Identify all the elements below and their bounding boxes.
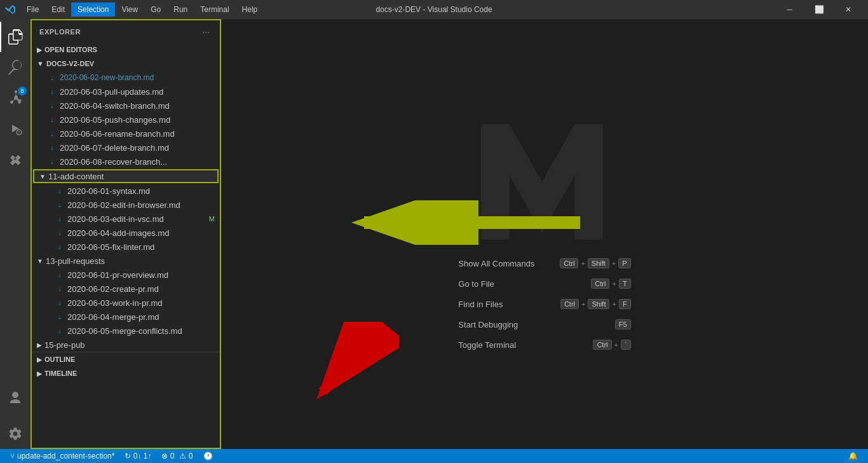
kbd-plus: + [612, 280, 616, 287]
errors-item[interactable]: ⊗ 0 ⚠ 0 [156, 449, 198, 463]
explorer-actions: ··· [200, 25, 212, 38]
md-file-icon: ↓ [55, 270, 65, 280]
md-file-icon: ↓ [55, 312, 65, 322]
menu-edit[interactable]: Edit [45, 3, 71, 17]
folder-chevron: ▶ [37, 342, 42, 349]
welcome-commands: Show All Commands Ctrl + Shift + P Go to… [458, 258, 630, 350]
file-name: 2020-06-08-recover-branch... [60, 157, 220, 167]
minimize-button[interactable]: ─ [775, 0, 804, 19]
cmd-keys: Ctrl + Shift + F [560, 299, 631, 309]
file-name: 2020-06-02-create-pr.md [67, 284, 220, 294]
outline-chevron: ▶ [37, 356, 42, 363]
sync-item[interactable]: ↻ 0↓ 1↑ [119, 449, 156, 463]
run-icon [8, 121, 23, 136]
titlebar: File Edit Selection View Go Run Terminal… [0, 0, 868, 19]
titlebar-left: File Edit Selection View Go Run Terminal… [5, 3, 264, 17]
folder-11-add-content[interactable]: ▼ 11-add-content [33, 169, 219, 183]
menu-terminal[interactable]: Terminal [194, 3, 235, 17]
explorer-more-button[interactable]: ··· [200, 25, 212, 38]
window-title: docs-v2-DEV - Visual Studio Code [376, 5, 492, 14]
list-item[interactable]: ↓ 2020-06-04-merge-pr.md [32, 310, 220, 324]
folder-15-pre-pub[interactable]: ▶ 15-pre-pub [32, 338, 220, 352]
kbd-ctrl: Ctrl [560, 299, 579, 309]
cmd-show-all: Show All Commands Ctrl + Shift + P [458, 258, 630, 268]
list-item[interactable]: ↓ 2020-06-07-delete-branch.md [32, 141, 220, 155]
root-chevron: ▼ [37, 60, 44, 67]
cmd-keys: Ctrl + T [591, 279, 630, 289]
list-item[interactable]: ↓ 2020-06-05-push-changes.md [32, 113, 220, 127]
explorer-title: EXPLORER [39, 28, 81, 36]
file-name: 2020-06-03-edit-in-vsc.md [67, 214, 209, 224]
file-name: 2020-06-04-add-images.md [67, 228, 220, 238]
list-item[interactable]: ↓ 2020-06-08-recover-branch... [32, 155, 220, 169]
list-item[interactable]: ↓ 2020-06-01-pr-overview.md [32, 268, 220, 282]
warnings-count: ⚠ 0 [179, 452, 193, 460]
activity-search[interactable] [0, 52, 31, 83]
list-item[interactable]: ↓ 2020-06-01-syntax.md [32, 184, 220, 198]
red-arrow-annotation [285, 322, 399, 404]
md-file-icon: ↓ [55, 200, 65, 210]
cmd-keys: Ctrl + ` [593, 340, 630, 350]
notification-item[interactable]: 🔔 [843, 449, 863, 463]
list-item[interactable]: ↓ 2020-06-03-edit-in-vsc.md M [32, 212, 220, 226]
activity-account[interactable] [0, 383, 31, 413]
list-item[interactable]: ↓ 2020-06-05-fix-linter.md [32, 240, 220, 254]
kbd-ctrl: Ctrl [593, 340, 611, 350]
vscode-logo [5, 4, 15, 15]
list-item[interactable]: ↓ 2020-06-02-new-branch.md [32, 71, 220, 85]
activity-explorer[interactable] [0, 22, 31, 52]
list-item[interactable]: ↓ 2020-06-03-pull-updates.md [32, 85, 220, 99]
cmd-find-files: Find in Files Ctrl + Shift + F [458, 299, 630, 309]
md-file-icon: ↓ [55, 228, 65, 238]
activity-source-control[interactable]: 8 [0, 83, 31, 113]
list-item[interactable]: ↓ 2020-06-06-rename-branch.md [32, 127, 220, 141]
list-item[interactable]: ↓ 2020-06-04-switch-branch.md [32, 99, 220, 113]
branch-item[interactable]: ⑂ update-add_content-section* [5, 449, 119, 463]
kbd-plus: + [612, 259, 616, 267]
md-file-icon: ↓ [55, 298, 65, 308]
md-file-icon: ↓ [47, 86, 57, 97]
file-name: 2020-06-04-switch-branch.md [60, 101, 220, 111]
close-button[interactable]: ✕ [834, 0, 863, 19]
menu-file[interactable]: File [20, 3, 45, 17]
file-name: 2020-06-06-rename-branch.md [60, 129, 220, 139]
list-item[interactable]: ↓ 2020-06-04-add-images.md [32, 226, 220, 240]
list-item[interactable]: ↓ 2020-06-05-merge-conflicts.md [32, 324, 220, 338]
activity-extensions[interactable] [0, 144, 31, 174]
kbd-ctrl: Ctrl [560, 258, 578, 268]
root-folder[interactable]: ▼ DOCS-V2-DEV [32, 57, 220, 71]
cmd-debug: Start Debugging F5 [458, 319, 630, 329]
list-item[interactable]: ↓ 2020-06-03-work-in-pr.md [32, 296, 220, 310]
file-name: 2020-06-03-work-in-pr.md [67, 298, 220, 308]
root-folder-label: DOCS-V2-DEV [46, 60, 94, 67]
file-name: 2020-06-01-syntax.md [67, 186, 220, 196]
sidebar: EXPLORER ··· ▶ OPEN EDITORS ▼ DOCS-V2-DE… [31, 19, 221, 449]
history-icon: 🕐 [203, 452, 213, 460]
file-name: 2020-06-05-merge-conflicts.md [67, 326, 220, 336]
kbd-f5: F5 [615, 319, 631, 329]
menu-go[interactable]: Go [144, 3, 167, 17]
list-item[interactable]: ↓ 2020-06-02-edit-in-browser.md [32, 198, 220, 212]
cmd-label: Toggle Terminal [458, 340, 516, 350]
timeline-label: TIMELINE [44, 370, 77, 377]
kbd-shift: Shift [588, 258, 609, 268]
menu-view[interactable]: View [115, 3, 144, 17]
list-item[interactable]: ↓ 2020-06-02-create-pr.md [32, 282, 220, 296]
folder-13-pull-requests[interactable]: ▼ 13-pull-requests [32, 254, 220, 268]
activity-settings[interactable] [0, 418, 31, 449]
maximize-button[interactable]: ⬜ [804, 0, 834, 19]
history-item[interactable]: 🕐 [198, 449, 218, 463]
open-editors-header[interactable]: ▶ OPEN EDITORS [32, 43, 220, 57]
outline-header[interactable]: ▶ OUTLINE [32, 352, 220, 366]
md-file-icon: ↓ [47, 142, 57, 153]
timeline-header[interactable]: ▶ TIMELINE [32, 366, 220, 380]
menu-help[interactable]: Help [236, 3, 264, 17]
notification-icon: 🔔 [848, 452, 858, 460]
md-file-icon: ↓ [47, 100, 57, 111]
menu-run[interactable]: Run [167, 3, 194, 17]
menu-selection[interactable]: Selection [71, 3, 115, 17]
kbd-f: F [619, 299, 631, 309]
source-control-badge: 8 [18, 86, 27, 95]
open-editors-chevron: ▶ [37, 46, 42, 53]
activity-run[interactable] [0, 113, 31, 144]
